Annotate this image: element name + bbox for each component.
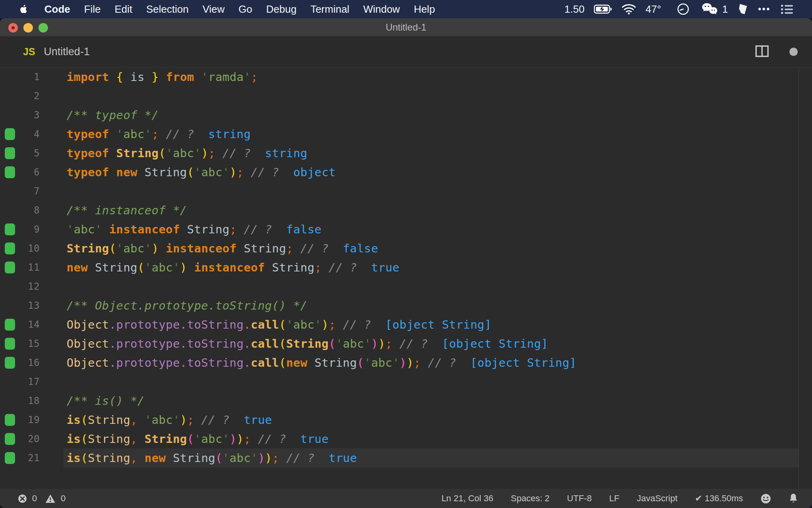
code-line[interactable]: 8/** instanceof */: [0, 201, 812, 220]
wechat-icon[interactable]: [701, 2, 718, 16]
statusbar-timing[interactable]: ✔ 136.50ms: [695, 493, 743, 504]
line-number[interactable]: 13: [0, 300, 40, 311]
token-x: [159, 127, 166, 141]
statusbar-eol[interactable]: LF: [609, 493, 619, 504]
list-menu-icon[interactable]: [780, 4, 794, 15]
token-str: abc: [173, 146, 194, 160]
line-number[interactable]: 12: [0, 281, 40, 292]
javascript-file-icon: JS: [23, 46, 35, 58]
unsaved-indicator-dot[interactable]: [789, 48, 798, 56]
code-line[interactable]: 11new String('abc') instanceof String; /…: [0, 258, 812, 277]
code-line[interactable]: 1import { is } from 'ramda';: [0, 67, 812, 87]
menu-code[interactable]: Code: [44, 3, 70, 15]
token-id: String: [244, 242, 286, 255]
minimize-button[interactable]: [23, 23, 33, 33]
token-cm2: // ?: [286, 451, 314, 465]
menu-terminal[interactable]: Terminal: [310, 3, 349, 15]
titlebar[interactable]: Untitled-1: [0, 18, 812, 37]
code-line[interactable]: 15Object.prototype.toString.call(String(…: [0, 334, 812, 353]
menu-help[interactable]: Help: [414, 3, 435, 15]
token-pun: ;: [237, 165, 244, 179]
code-line[interactable]: 13/** Object.prototype.toString() */: [0, 296, 812, 315]
token-pun: ;: [244, 432, 251, 446]
token-fc: call: [251, 337, 279, 350]
errors-icon[interactable]: [18, 494, 27, 503]
menu-debug[interactable]: Debug: [266, 3, 297, 15]
code-line[interactable]: 20is(String, String('abc')); // ? true: [0, 429, 812, 448]
code-text: /** is() */: [40, 394, 144, 408]
statusbar-encoding[interactable]: UTF-8: [567, 493, 592, 504]
line-number[interactable]: 1: [0, 71, 40, 83]
code-text: /** instanceof */: [40, 204, 187, 217]
feedback-smiley-icon[interactable]: [760, 493, 771, 504]
token-x: [166, 451, 173, 465]
token-kw: new: [116, 165, 138, 179]
errors-count[interactable]: 0: [32, 493, 37, 504]
token-p2: ): [230, 432, 237, 446]
line-number[interactable]: 8: [0, 205, 40, 216]
warnings-count[interactable]: 0: [61, 493, 65, 504]
code-line[interactable]: 21is(String, new String('abc')); // ? tr…: [0, 448, 812, 468]
line-number[interactable]: 17: [0, 376, 40, 387]
token-id: String: [187, 223, 230, 236]
token-q: ': [314, 318, 322, 331]
code-line[interactable]: 2: [0, 87, 812, 106]
warnings-icon[interactable]: [45, 494, 56, 503]
token-p1: ): [406, 356, 414, 369]
code-line[interactable]: 12: [0, 277, 812, 296]
menu-selection[interactable]: Selection: [146, 3, 189, 15]
stock-ticker[interactable]: 1.50: [564, 3, 584, 15]
menu-edit[interactable]: Edit: [115, 3, 132, 15]
battery-charging-icon[interactable]: [594, 4, 612, 14]
overflow-dots-icon[interactable]: •••: [758, 4, 771, 14]
menu-window[interactable]: Window: [363, 3, 400, 15]
token-kw: typeof: [67, 127, 109, 141]
code-line[interactable]: 3/** typeof */: [0, 106, 812, 125]
clock-app-icon[interactable]: [677, 3, 689, 15]
app-icon[interactable]: [737, 3, 749, 15]
line-number[interactable]: 3: [0, 110, 40, 121]
code-line[interactable]: 10String('abc') instanceof String; // ? …: [0, 239, 812, 258]
code-line[interactable]: 16Object.prototype.toString.call(new Str…: [0, 353, 812, 372]
token-pun: ;: [414, 356, 421, 369]
menu-file[interactable]: File: [84, 3, 101, 15]
token-x: [102, 223, 109, 236]
code-line[interactable]: 5typeof String('abc'); // ? string: [0, 144, 812, 163]
token-fn: String: [88, 451, 130, 465]
wifi-icon[interactable]: [622, 4, 636, 14]
token-x: [428, 337, 442, 350]
code-line[interactable]: 18/** is() */: [0, 391, 812, 410]
close-button[interactable]: [8, 23, 18, 33]
menu-view[interactable]: View: [203, 3, 225, 15]
code-line[interactable]: 9'abc' instanceof String; // ? false: [0, 220, 812, 239]
temperature[interactable]: 47°: [645, 3, 661, 15]
tab-untitled-1[interactable]: JS Untitled-1: [0, 46, 90, 58]
statusbar-language-mode[interactable]: JavaScript: [637, 493, 678, 504]
zoom-button[interactable]: [38, 23, 48, 33]
token-str: ramda: [208, 70, 243, 84]
code-text: /** typeof */: [40, 108, 159, 122]
code-line[interactable]: 17: [0, 372, 812, 391]
run-result-indicator: [5, 223, 15, 235]
menu-go[interactable]: Go: [239, 3, 253, 15]
token-pun: ;: [314, 261, 322, 274]
apple-menu-icon[interactable]: [19, 3, 29, 15]
notifications-bell-icon[interactable]: [789, 493, 798, 504]
code-line[interactable]: 19is(String, 'abc'); // ? true: [0, 410, 812, 429]
code-line[interactable]: 7: [0, 182, 812, 201]
code-editor[interactable]: 1import { is } from 'ramda';23/** typeof…: [0, 67, 812, 489]
token-fn: String: [88, 413, 130, 427]
code-line[interactable]: 14Object.prototype.toString.call('abc');…: [0, 315, 812, 334]
token-cm2: // ?: [258, 432, 286, 446]
line-number[interactable]: 2: [0, 90, 40, 102]
split-editor-icon[interactable]: [755, 45, 769, 59]
code-line[interactable]: 6typeof new String('abc'); // ? object: [0, 163, 812, 182]
statusbar-indentation[interactable]: Spaces: 2: [511, 493, 550, 504]
token-fc: is: [67, 451, 81, 465]
code-text: import { is } from 'ramda';: [40, 70, 258, 84]
code-line[interactable]: 4typeof 'abc'; // ? string: [0, 125, 812, 144]
token-fc: is: [67, 413, 81, 427]
line-number[interactable]: 7: [0, 186, 40, 197]
statusbar-cursor-position[interactable]: Ln 21, Col 36: [441, 493, 493, 504]
line-number[interactable]: 18: [0, 395, 40, 406]
